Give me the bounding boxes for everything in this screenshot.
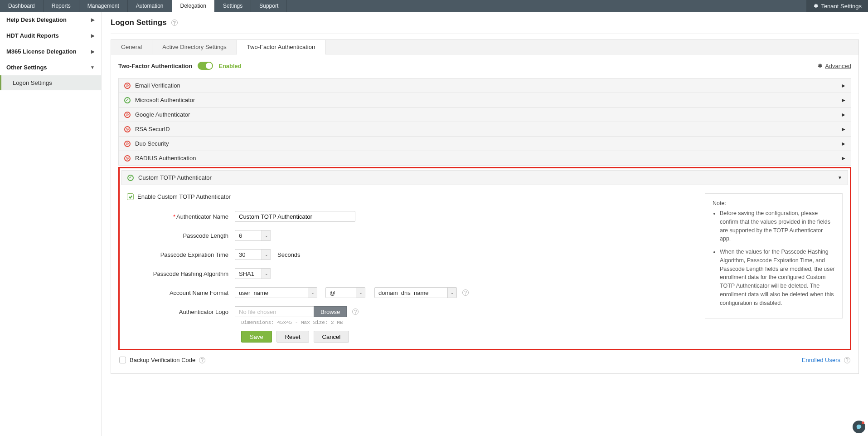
custom-totp-highlight: ✓Custom TOTP Authenticator ▼ Enable Cust… [118, 167, 851, 350]
auth-row-microsoft-authenticator[interactable]: ✓Microsoft Authenticator ▶ [118, 93, 851, 108]
auth-row-email-verification[interactable]: ⦸Email Verification ▶ [118, 78, 851, 93]
save-button[interactable]: Save [241, 331, 272, 343]
chevron-right-icon: ▶ [842, 141, 845, 146]
subtab-general[interactable]: General [111, 40, 152, 54]
tab-dashboard[interactable]: Dashboard [0, 0, 44, 12]
chevron-right-icon: ▶ [842, 98, 845, 103]
note-item: When the values for the Passcode Hashing… [720, 248, 835, 307]
chat-icon [856, 424, 862, 430]
subtabs: General Active Directory Settings Two-Fa… [111, 39, 859, 54]
note-box: Note: Before saving the configuration, p… [705, 193, 843, 318]
chevron-down-icon: ⌄ [447, 288, 456, 298]
tab-support[interactable]: Support [251, 0, 287, 12]
subtab-ad-settings[interactable]: Active Directory Settings [152, 40, 237, 54]
note-item: Before saving the configuration, please … [720, 209, 835, 243]
chevron-right-icon: ▶ [91, 49, 95, 54]
sidebar: Help Desk Delegation▶ HDT Audit Reports▶… [0, 12, 102, 436]
enable-custom-totp-label: Enable Custom TOTP Authenticator [137, 193, 231, 200]
tab-reports[interactable]: Reports [44, 0, 79, 12]
panel-2fa: Two-Factor Authentication Enabled Advanc… [111, 54, 859, 374]
page-title: Logon Settings [111, 18, 167, 27]
expiration-unit-label: Seconds [277, 251, 301, 258]
chevron-right-icon: ▶ [842, 127, 845, 132]
enrolled-users-link[interactable]: Enrolled Users [802, 357, 840, 363]
backup-verification-checkbox[interactable] [119, 357, 126, 363]
authenticator-name-input[interactable] [235, 211, 355, 222]
disabled-icon: ⦸ [124, 126, 131, 132]
disabled-icon: ⦸ [124, 112, 131, 118]
help-icon[interactable]: ? [844, 357, 850, 363]
chevron-down-icon: ⌄ [308, 288, 317, 298]
enabled-icon: ✓ [127, 175, 134, 181]
help-icon[interactable]: ? [199, 357, 205, 363]
tab-automation[interactable]: Automation [128, 0, 172, 12]
sidebar-subitem-logon-settings[interactable]: Logon Settings [0, 75, 101, 90]
tfa-toggle[interactable] [198, 62, 213, 70]
chevron-right-icon: ▶ [842, 112, 845, 117]
hashing-algorithm-select[interactable]: SHA1⌄ [235, 268, 271, 279]
passcode-expiration-select[interactable]: 30⌄ [235, 249, 271, 260]
note-title: Note: [713, 200, 835, 206]
main-content: Logon Settings ? General Active Director… [102, 12, 868, 436]
backup-verification-label: Backup Verification Code [130, 357, 195, 363]
sidebar-item-help-desk-delegation[interactable]: Help Desk Delegation▶ [0, 12, 101, 28]
enable-custom-totp-checkbox[interactable] [127, 193, 134, 200]
chevron-down-icon: ▼ [838, 175, 842, 180]
tenant-settings-button[interactable]: Tenant Settings [806, 0, 868, 12]
chat-fab[interactable] [853, 421, 865, 433]
tenant-settings-label: Tenant Settings [821, 3, 862, 10]
enabled-icon: ✓ [124, 97, 131, 103]
logo-file-display: No file chosen [235, 306, 314, 317]
chevron-down-icon: ▼ [90, 65, 95, 70]
disabled-icon: ⦸ [124, 83, 131, 89]
help-icon[interactable]: ? [462, 289, 469, 296]
tfa-label: Two-Factor Authentication [118, 63, 192, 69]
subtab-2fa[interactable]: Two-Factor Authentication [237, 40, 325, 54]
auth-row-google-authenticator[interactable]: ⦸Google Authenticator ▶ [118, 107, 851, 122]
tfa-enabled-text: Enabled [218, 63, 242, 69]
sidebar-item-other-settings[interactable]: Other Settings▼ [0, 59, 101, 75]
chevron-right-icon: ▶ [91, 17, 95, 22]
help-icon[interactable]: ? [352, 309, 359, 315]
chevron-right-icon: ▶ [842, 83, 845, 88]
passcode-length-select[interactable]: 6⌄ [235, 230, 271, 241]
disabled-icon: ⦸ [124, 141, 131, 147]
chevron-down-icon: ⌄ [262, 230, 271, 240]
chevron-right-icon: ▶ [91, 33, 95, 38]
logo-hint: Dimensions: 45x45 - Max Size: 2 MB [241, 320, 696, 325]
account-format-seg1-select[interactable]: user_name⌄ [235, 287, 317, 298]
gear-icon [813, 3, 818, 9]
tab-settings[interactable]: Settings [215, 0, 251, 12]
advanced-link[interactable]: Advanced [817, 63, 851, 69]
help-icon[interactable]: ? [171, 20, 178, 26]
cancel-button[interactable]: Cancel [314, 331, 349, 343]
gear-icon [817, 63, 822, 69]
account-format-seg2-select[interactable]: @⌄ [325, 287, 365, 298]
account-format-seg3-select[interactable]: domain_dns_name⌄ [374, 287, 457, 298]
auth-row-radius-authentication[interactable]: ⦸RADIUS Authentication ▶ [118, 151, 851, 166]
sidebar-item-hdt-audit-reports[interactable]: HDT Audit Reports▶ [0, 28, 101, 44]
sidebar-item-m365-license-delegation[interactable]: M365 License Delegation▶ [0, 44, 101, 59]
tab-delegation[interactable]: Delegation [172, 0, 215, 12]
auth-row-duo-security[interactable]: ⦸Duo Security ▶ [118, 136, 851, 151]
chevron-down-icon: ⌄ [262, 269, 271, 279]
tab-management[interactable]: Management [79, 0, 128, 12]
disabled-icon: ⦸ [124, 155, 131, 162]
top-nav: Dashboard Reports Management Automation … [0, 0, 868, 12]
auth-row-rsa-securid[interactable]: ⦸RSA SecurID ▶ [118, 122, 851, 137]
browse-button[interactable]: Browse [314, 306, 347, 317]
chevron-right-icon: ▶ [842, 156, 845, 161]
reset-button[interactable]: Reset [276, 331, 309, 343]
chevron-down-icon: ⌄ [356, 288, 365, 298]
auth-row-custom-totp[interactable]: ✓Custom TOTP Authenticator ▼ [121, 170, 848, 185]
chevron-down-icon: ⌄ [262, 250, 271, 260]
